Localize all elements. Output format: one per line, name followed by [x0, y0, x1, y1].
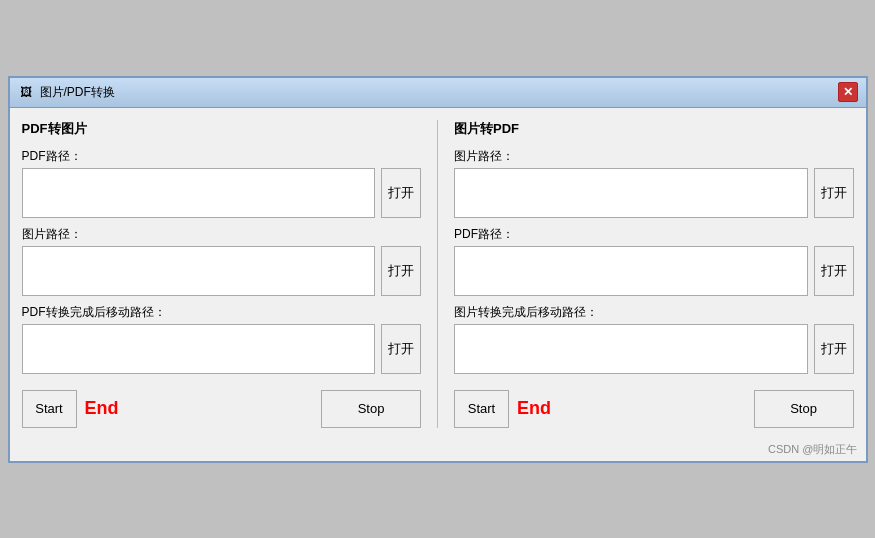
left-end-label: End: [85, 398, 119, 419]
right-stop-button[interactable]: Stop: [754, 390, 854, 428]
right-field-1: 图片路径： 打开: [454, 148, 854, 218]
left-field-3-label: PDF转换完成后移动路径：: [22, 304, 422, 321]
left-action-row: Start End Stop: [22, 390, 422, 428]
left-stop-button[interactable]: Stop: [321, 390, 421, 428]
right-field-2: PDF路径： 打开: [454, 226, 854, 296]
right-field-3: 图片转换完成后移动路径： 打开: [454, 304, 854, 374]
close-button[interactable]: ✕: [838, 82, 858, 102]
right-open-btn-1[interactable]: 打开: [814, 168, 854, 218]
right-open-btn-2[interactable]: 打开: [814, 246, 854, 296]
right-pdf-path-input[interactable]: [454, 246, 808, 296]
right-action-row: Start End Stop: [454, 390, 854, 428]
left-start-button[interactable]: Start: [22, 390, 77, 428]
title-bar: 🖼 图片/PDF转换 ✕: [10, 78, 866, 108]
left-field-3: PDF转换完成后移动路径： 打开: [22, 304, 422, 374]
right-field-3-label: 图片转换完成后移动路径：: [454, 304, 854, 321]
right-start-button[interactable]: Start: [454, 390, 509, 428]
right-move-path-input[interactable]: [454, 324, 808, 374]
left-field-2: 图片路径： 打开: [22, 226, 422, 296]
right-panel-title: 图片转PDF: [454, 120, 854, 138]
left-pdf-path-input[interactable]: [22, 168, 376, 218]
right-field-1-label: 图片路径：: [454, 148, 854, 165]
app-icon: 🖼: [18, 84, 34, 100]
panel-divider: [437, 120, 438, 428]
left-field-1-label: PDF路径：: [22, 148, 422, 165]
right-field-1-row: 打开: [454, 168, 854, 218]
right-field-2-label: PDF路径：: [454, 226, 854, 243]
left-panel: PDF转图片 PDF路径： 打开 图片路径： 打开 PDF转换完成后移动路径：: [22, 120, 422, 428]
window-title: 图片/PDF转换: [40, 84, 115, 101]
left-field-1-row: 打开: [22, 168, 422, 218]
main-window: 🖼 图片/PDF转换 ✕ PDF转图片 PDF路径： 打开 图片路径： 打开: [8, 76, 868, 463]
title-bar-left: 🖼 图片/PDF转换: [18, 84, 115, 101]
right-field-2-row: 打开: [454, 246, 854, 296]
left-panel-title: PDF转图片: [22, 120, 422, 138]
window-body: PDF转图片 PDF路径： 打开 图片路径： 打开 PDF转换完成后移动路径：: [10, 108, 866, 440]
watermark: CSDN @明如正午: [10, 440, 866, 461]
left-field-2-row: 打开: [22, 246, 422, 296]
left-open-btn-1[interactable]: 打开: [381, 168, 421, 218]
left-field-1: PDF路径： 打开: [22, 148, 422, 218]
right-panel: 图片转PDF 图片路径： 打开 PDF路径： 打开 图片转换完成后移动路径：: [454, 120, 854, 428]
left-field-2-label: 图片路径：: [22, 226, 422, 243]
left-field-3-row: 打开: [22, 324, 422, 374]
right-end-label: End: [517, 398, 551, 419]
right-field-3-row: 打开: [454, 324, 854, 374]
left-open-btn-2[interactable]: 打开: [381, 246, 421, 296]
left-image-path-input[interactable]: [22, 246, 376, 296]
right-image-path-input[interactable]: [454, 168, 808, 218]
left-open-btn-3[interactable]: 打开: [381, 324, 421, 374]
left-move-path-input[interactable]: [22, 324, 376, 374]
right-open-btn-3[interactable]: 打开: [814, 324, 854, 374]
